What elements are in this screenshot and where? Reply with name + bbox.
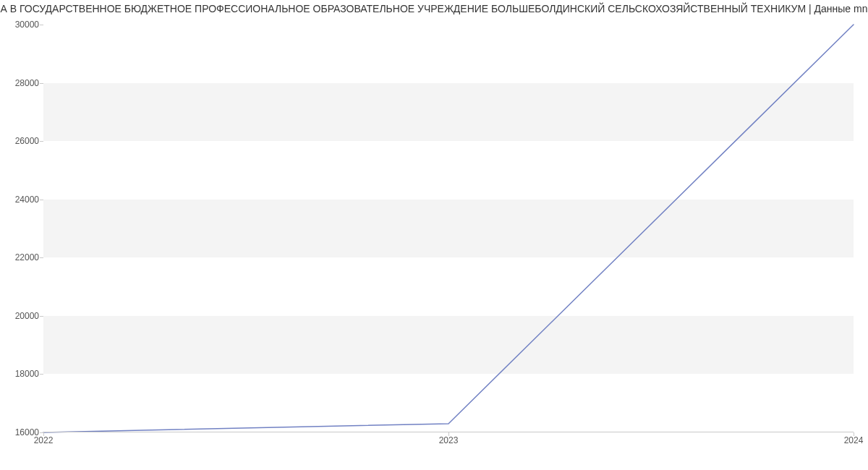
y-tick-label: 26000	[0, 136, 39, 146]
x-tick-mark	[854, 432, 854, 436]
y-tick-label: 28000	[0, 78, 39, 88]
chart-plot-area	[43, 25, 854, 432]
y-tick-mark	[40, 316, 43, 317]
x-tick-label: 2024	[844, 435, 864, 445]
chart-title: А В ГОСУДАРСТВЕННОЕ БЮДЖЕТНОЕ ПРОФЕССИОН…	[0, 3, 868, 14]
y-tick-mark	[40, 83, 43, 84]
y-tick-mark	[40, 374, 43, 375]
x-tick-label: 2022	[34, 435, 54, 445]
y-tick-label: 24000	[0, 195, 39, 205]
y-tick-label: 18000	[0, 369, 39, 379]
y-tick-mark	[40, 200, 43, 200]
y-tick-mark	[40, 141, 43, 142]
y-tick-label: 30000	[0, 20, 39, 30]
y-tick-mark	[40, 257, 43, 258]
y-tick-label: 22000	[0, 252, 39, 262]
y-tick-mark	[40, 25, 43, 25]
x-tick-label: 2023	[439, 435, 459, 445]
x-tick-mark	[43, 432, 44, 436]
data-line	[43, 25, 854, 432]
x-tick-mark	[448, 432, 449, 436]
y-tick-label: 20000	[0, 311, 39, 321]
line-series	[43, 25, 854, 432]
